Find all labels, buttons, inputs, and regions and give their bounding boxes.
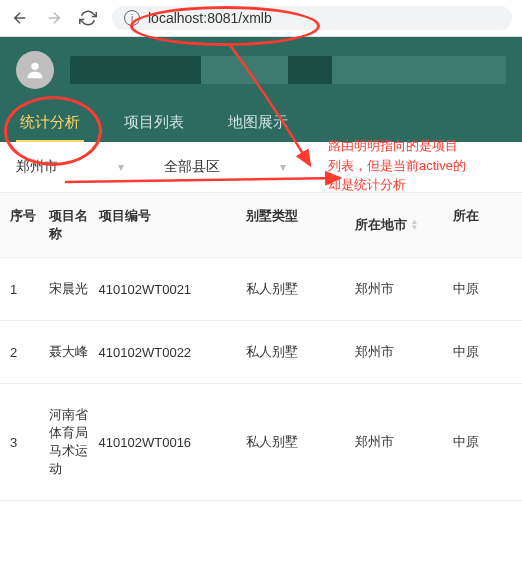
district-filter-label: 全部县区 — [164, 158, 220, 176]
tab-project-list[interactable]: 项目列表 — [120, 103, 188, 142]
reload-button[interactable] — [78, 8, 98, 28]
col-type: 别墅类型 — [246, 207, 354, 243]
annotation-text: 路由明明指向的是项目 列表，但是当前active的 却是统计分析 — [328, 136, 518, 195]
col-last: 所在 — [453, 207, 512, 243]
app-header — [0, 37, 522, 103]
col-index: 序号 — [10, 207, 49, 243]
chevron-down-icon: ▾ — [118, 160, 124, 174]
sort-icon: ▲▼ — [411, 219, 419, 231]
col-name: 项目名称 — [49, 207, 98, 243]
site-info-icon[interactable]: i — [124, 10, 140, 26]
filter-bar: 郑州市 ▾ 全部县区 ▾ 路由明明指向的是项目 列表，但是当前active的 却… — [0, 142, 522, 193]
city-filter[interactable]: 郑州市 ▾ — [16, 158, 124, 176]
col-city[interactable]: 所在地市 ▲▼ — [355, 207, 453, 243]
data-table: 序号 项目名称 项目编号 别墅类型 所在地市 ▲▼ 所在 1 宋晨光 41010… — [0, 193, 522, 501]
back-button[interactable] — [10, 8, 30, 28]
table-row[interactable]: 3 河南省体育局马术运动 410102WT0016 私人别墅 郑州市 中原 — [0, 384, 522, 501]
table-header: 序号 项目名称 项目编号 别墅类型 所在地市 ▲▼ 所在 — [0, 193, 522, 258]
chevron-down-icon: ▾ — [280, 160, 286, 174]
col-code: 项目编号 — [99, 207, 247, 243]
avatar[interactable] — [16, 51, 54, 89]
tab-statistics[interactable]: 统计分析 — [16, 103, 84, 142]
forward-button[interactable] — [44, 8, 64, 28]
url-text: localhost:8081/xmlb — [148, 10, 272, 26]
svg-point-0 — [31, 63, 38, 70]
district-filter[interactable]: 全部县区 ▾ — [164, 158, 286, 176]
city-filter-label: 郑州市 — [16, 158, 58, 176]
table-row[interactable]: 1 宋晨光 410102WT0021 私人别墅 郑州市 中原 — [0, 258, 522, 321]
header-title-blurred — [70, 56, 506, 84]
table-body: 1 宋晨光 410102WT0021 私人别墅 郑州市 中原 2 聂大峰 410… — [0, 258, 522, 501]
address-bar[interactable]: i localhost:8081/xmlb — [112, 6, 512, 30]
browser-toolbar: i localhost:8081/xmlb — [0, 0, 522, 37]
tab-map-view[interactable]: 地图展示 — [224, 103, 292, 142]
table-row[interactable]: 2 聂大峰 410102WT0022 私人别墅 郑州市 中原 — [0, 321, 522, 384]
